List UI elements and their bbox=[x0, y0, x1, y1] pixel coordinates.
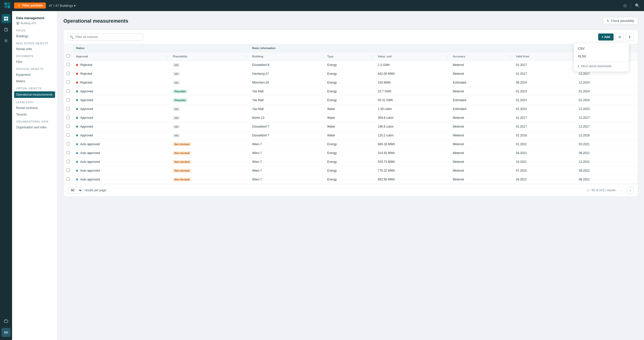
row-checkbox[interactable] bbox=[64, 114, 73, 122]
row-valid-until: 12.2018 bbox=[576, 131, 638, 140]
row-checkbox[interactable] bbox=[64, 69, 73, 78]
row-building: Yas Mall bbox=[249, 87, 324, 96]
settings-icon-btn[interactable]: ⚙ bbox=[616, 33, 624, 41]
status-dot bbox=[76, 126, 78, 128]
row-checkbox[interactable] bbox=[64, 61, 73, 69]
rail-data-management-icon[interactable] bbox=[2, 14, 11, 23]
row-approval: Approved bbox=[73, 131, 170, 140]
row-checkbox[interactable] bbox=[64, 166, 73, 175]
sidebar-item-equipment[interactable]: Equipment bbox=[12, 71, 57, 78]
search-icon[interactable]: 🔍 bbox=[635, 3, 640, 8]
page-header: Operational measurements ↻ Check plausib… bbox=[63, 17, 638, 25]
row-plausibility: n/a bbox=[170, 131, 249, 140]
sidebar-item-meters[interactable]: Meters bbox=[12, 78, 57, 85]
filter-portfolio-button[interactable]: ⚡ Filter portfolio bbox=[14, 3, 46, 9]
row-valid-from: 01.2017 bbox=[513, 114, 576, 122]
sidebar-item-organisation-roles[interactable]: Organisation and roles bbox=[12, 124, 57, 131]
row-valid-from: 08.2024 bbox=[513, 78, 576, 87]
table-row[interactable]: Rejected n/a Düsseldorf-8 Energy 1.3 GWh… bbox=[64, 61, 638, 69]
notifications-icon[interactable]: ⊟ bbox=[623, 3, 627, 8]
col-type[interactable]: Type⋮ bbox=[324, 52, 375, 61]
row-building: Wien-7 bbox=[249, 158, 324, 166]
row-approval: Approved bbox=[73, 105, 170, 114]
select-all-checkbox[interactable] bbox=[64, 52, 73, 61]
row-valid-until: 09.2022 bbox=[576, 166, 638, 175]
table-row[interactable]: Approved n/a Düsseldorf-7 Water 196.8 cu… bbox=[64, 122, 638, 131]
col-resize-icon: ⋮ bbox=[166, 55, 169, 58]
row-type: Energy bbox=[324, 61, 375, 69]
row-valid-until: 01.2024 bbox=[576, 96, 638, 105]
row-plausibility: Plausible bbox=[170, 87, 249, 96]
page-title: Operational measurements bbox=[63, 18, 128, 24]
col-plausibility[interactable]: Plausibility⋮ bbox=[170, 52, 249, 61]
row-checkbox[interactable] bbox=[64, 149, 73, 158]
buildings-count[interactable]: 47 / 47 Buildings ▾ bbox=[49, 4, 76, 8]
table-row[interactable]: Auto approved Not checked Wien-7 Energy … bbox=[64, 158, 638, 166]
svg-rect-12 bbox=[4, 320, 8, 323]
topbar: ⚡ Filter portfolio 47 / 47 Buildings ▾ ⊟… bbox=[0, 0, 644, 11]
row-checkbox[interactable] bbox=[64, 105, 73, 114]
prev-page-button[interactable]: ‹ bbox=[618, 187, 625, 194]
row-checkbox[interactable] bbox=[64, 96, 73, 105]
col-value-unit[interactable]: Value, unit⋮ bbox=[375, 52, 450, 61]
row-checkbox[interactable] bbox=[64, 131, 73, 140]
row-accuracy: Metered bbox=[450, 61, 513, 69]
next-page-button[interactable]: › bbox=[627, 187, 634, 194]
table-row[interactable]: Auto approved Not checked Wien-7 Energy … bbox=[64, 175, 638, 184]
group-header-row: Status Basic information bbox=[64, 44, 638, 52]
svg-rect-5 bbox=[6, 17, 8, 18]
row-checkbox[interactable] bbox=[64, 158, 73, 166]
table-row[interactable]: Auto approved Not checked Wien-7 Energy … bbox=[64, 166, 638, 175]
rail-avatar-icon[interactable]: OO bbox=[2, 328, 11, 337]
pagination-range: 1 - 50 of 1411 results bbox=[587, 188, 616, 192]
more-downloads-option[interactable]: ℹ More about downloads bbox=[574, 62, 629, 70]
row-value: 369.8 cubm bbox=[375, 114, 450, 122]
row-value: 662.56 MWh bbox=[375, 175, 450, 184]
svg-rect-2 bbox=[5, 6, 7, 8]
xlsx-option[interactable]: XLSX bbox=[574, 52, 629, 60]
sidebar-item-operational-measurements[interactable]: Operational measurements bbox=[14, 91, 55, 98]
rail-settings-icon[interactable] bbox=[2, 36, 11, 45]
csv-option[interactable]: CSV bbox=[574, 45, 629, 52]
col-approval[interactable]: Approval⋮ bbox=[73, 52, 170, 61]
row-checkbox[interactable] bbox=[64, 175, 73, 184]
row-checkbox[interactable] bbox=[64, 87, 73, 96]
table-row[interactable]: Auto approved Not checked Wien-7 Energy … bbox=[64, 149, 638, 158]
table-row[interactable]: Rejected n/a Hamburg-17 Energy 642.08 MW… bbox=[64, 69, 638, 78]
row-valid-until: 01.2024 bbox=[576, 87, 638, 96]
table-row[interactable]: Approved n/a Yas Mall Water 1.38 cubm Es… bbox=[64, 105, 638, 114]
download-icon-btn[interactable]: ⬇ bbox=[626, 33, 634, 41]
toolbar-right: + Add ⚙ ⬇ bbox=[598, 33, 634, 41]
row-checkbox[interactable] bbox=[64, 140, 73, 149]
table-row[interactable]: Approved Plausible Yas Mall Energy 55.31… bbox=[64, 96, 638, 105]
sidebar-item-tenants[interactable]: Tenants bbox=[12, 111, 57, 118]
table-row[interactable]: Approved n/a Düsseldorf-7 Water 120.2 cu… bbox=[64, 131, 638, 140]
row-checkbox[interactable] bbox=[64, 122, 73, 131]
rail-notifications-bottom-icon[interactable] bbox=[2, 317, 11, 326]
row-checkbox[interactable] bbox=[64, 78, 73, 87]
search-input[interactable] bbox=[68, 33, 143, 41]
table-row[interactable]: Approved n/a Berlin-13 Water 369.8 cubm … bbox=[64, 114, 638, 122]
row-value: 776.22 MWh bbox=[375, 166, 450, 175]
check-plausibility-button[interactable]: ↻ Check plausibility bbox=[603, 17, 638, 25]
row-approval: Approved bbox=[73, 122, 170, 131]
add-button[interactable]: + Add bbox=[598, 33, 614, 41]
sidebar-title: Data management bbox=[12, 14, 57, 21]
table-row[interactable]: Rejected n/a München-20 Energy 150 MWh E… bbox=[64, 78, 638, 87]
status-dot bbox=[76, 134, 78, 136]
row-building: Wien-7 bbox=[249, 140, 324, 149]
sidebar-item-files[interactable]: Files bbox=[12, 59, 57, 65]
sidebar-item-rental-units[interactable]: Rental units bbox=[12, 46, 57, 52]
col-accuracy[interactable]: Accuracy⋮ bbox=[450, 52, 513, 61]
table-container: 🔍 + Add ⚙ ⬇ CSV XLSX ℹ More about d bbox=[63, 30, 638, 197]
table-row[interactable]: Approved Plausible Yas Mall Energy 23.7 … bbox=[64, 87, 638, 96]
col-building[interactable]: Building⋮ bbox=[249, 52, 324, 61]
row-value: 314.93 MWh bbox=[375, 149, 450, 158]
table-row[interactable]: Auto approved Not checked Wien-7 Energy … bbox=[64, 140, 638, 149]
per-page-select[interactable]: 50 25 100 bbox=[68, 187, 83, 194]
col-valid-from[interactable]: Valid from⋮ bbox=[513, 52, 576, 61]
rail-analytics-icon[interactable] bbox=[2, 25, 11, 34]
sidebar-item-rental-contracts[interactable]: Rental contracts bbox=[12, 105, 57, 111]
sidebar-item-buildings[interactable]: Buildings bbox=[12, 33, 57, 40]
row-valid-from: 07.2022 bbox=[513, 166, 576, 175]
